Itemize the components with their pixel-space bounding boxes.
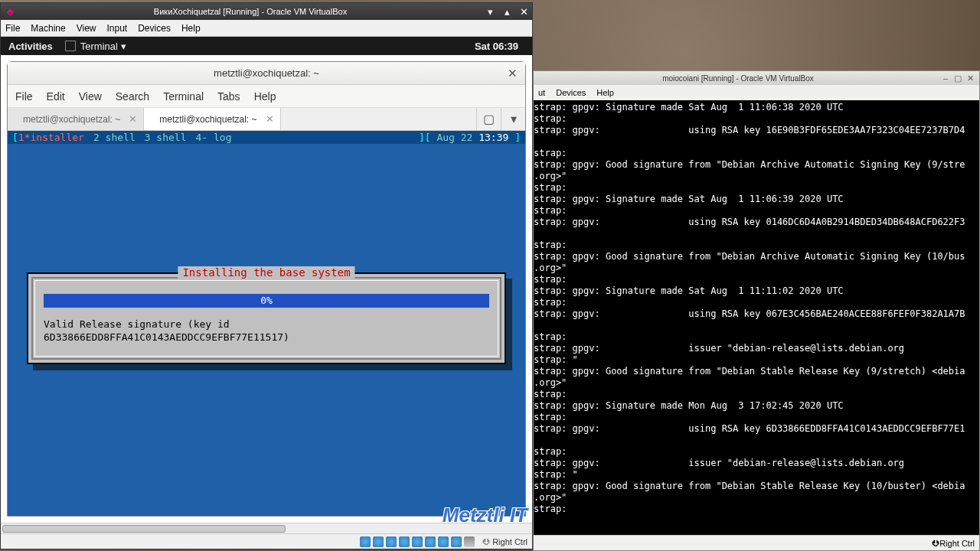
horizontal-scrollbar[interactable]	[1, 523, 532, 533]
menu-view[interactable]: View	[77, 23, 96, 34]
minimize-icon[interactable]: –	[939, 73, 952, 83]
terminal-title: metztli@xochiquetzal: ~	[214, 67, 319, 79]
new-tab-button[interactable]: ▢	[476, 108, 501, 130]
vm2-titlebar[interactable]: moiocoiani [Running] - Oracle VM Virtual…	[534, 71, 979, 85]
terminal-icon	[65, 41, 76, 51]
term-menu-terminal[interactable]: Terminal	[163, 90, 204, 103]
arrow-icon: ⮋	[931, 539, 939, 548]
arrow-icon: ⮋	[482, 537, 490, 546]
screen-time: 13:39	[479, 132, 508, 143]
tab-label: metztli@xochiquetzal: ~	[159, 114, 256, 125]
menu-help[interactable]: Help	[596, 88, 614, 97]
tab-1[interactable]: metztli@xochiquetzal: ~ ✕	[8, 108, 144, 130]
installer-message: Valid Release signature (key id 6D33866E…	[44, 318, 489, 344]
screen-win-3: 3 shell	[145, 132, 187, 143]
vm1-window: ⬘ ВикиXochiquetzal [Running] - Oracle VM…	[0, 2, 533, 549]
term-menu-help[interactable]: Help	[254, 90, 276, 103]
menu-devices[interactable]: Devices	[138, 23, 171, 34]
audio-icon[interactable]	[386, 536, 397, 547]
installer-legend: Installing the base system	[178, 266, 354, 279]
clock[interactable]: Sat 06:39	[475, 41, 518, 52]
screen-win-2: 2 shell	[93, 132, 136, 143]
tab-label: metztli@xochiquetzal: ~	[23, 114, 120, 125]
vm2-window: moiocoiani [Running] - Oracle VM Virtual…	[533, 70, 980, 551]
maximize-icon[interactable]: ▢	[952, 73, 964, 83]
terminal-body[interactable]: [ 1*installer 2 shell 3 shell 4- log ][ …	[8, 131, 525, 516]
close-icon[interactable]: ✕	[266, 113, 274, 125]
term-menu-tabs[interactable]: Tabs	[217, 90, 240, 103]
vm2-terminal[interactable]: strap: gpgv: Signature made Sat Aug 1 11…	[534, 100, 979, 535]
maximize-icon[interactable]: ▴	[498, 6, 515, 18]
installer-dialog: Installing the base system 0% Valid Rele…	[27, 272, 506, 364]
tab-menu-button[interactable]: ▾	[501, 108, 525, 130]
menu-input[interactable]: Input	[107, 23, 128, 34]
term-menu-file[interactable]: File	[15, 90, 33, 103]
menu-machine[interactable]: Machine	[31, 23, 65, 34]
usb-icon[interactable]	[412, 536, 423, 547]
network-icon[interactable]	[399, 536, 410, 547]
menu-help[interactable]: Help	[181, 23, 201, 34]
vm2-statusbar: ⮋Right Ctrl	[534, 535, 979, 550]
vm2-menubar: ut Devices Help	[534, 85, 979, 100]
scroll-thumb[interactable]	[2, 525, 286, 533]
menu-input-cut[interactable]: ut	[538, 88, 545, 97]
recording-icon[interactable]	[451, 536, 462, 547]
screen-date: Aug 22	[436, 132, 472, 143]
terminal-window: metztli@xochiquetzal: ~ ✕ File Edit View…	[7, 61, 526, 517]
app-menu[interactable]: Terminal ▾	[65, 41, 126, 52]
shared-folder-icon[interactable]	[425, 536, 436, 547]
gnome-topbar: Activities Terminal ▾ Sat 06:39	[1, 37, 532, 55]
terminal-menubar: File Edit View Search Terminal Tabs Help	[8, 85, 525, 108]
close-icon[interactable]: ✕	[129, 113, 137, 125]
display-icon[interactable]	[438, 536, 449, 547]
vm1-menubar: File Machine View Input Devices Help	[1, 20, 532, 37]
tab-2[interactable]: metztli@xochiquetzal: ~ ✕	[144, 108, 280, 130]
optical-icon[interactable]	[373, 536, 384, 547]
menu-file[interactable]: File	[5, 23, 20, 34]
term-menu-view[interactable]: View	[79, 90, 102, 103]
close-icon[interactable]: ✕	[508, 67, 518, 80]
close-icon[interactable]: ✕	[964, 73, 976, 83]
gnu-screen-bar: [ 1*installer 2 shell 3 shell 4- log ][ …	[8, 131, 525, 144]
hostkey-indicator: ⮋Right Ctrl	[482, 537, 528, 546]
terminal-tabbar: metztli@xochiquetzal: ~ ✕ metztli@xochiq…	[8, 108, 525, 131]
vm1-title: ВикиXochiquetzal [Running] - Oracle VM V…	[19, 7, 482, 16]
vm1-statusbar: ⮋Right Ctrl	[1, 533, 532, 549]
term-menu-search[interactable]: Search	[116, 90, 149, 103]
cpu-icon[interactable]	[464, 536, 475, 547]
hostkey-indicator: ⮋Right Ctrl	[931, 539, 975, 548]
app-menu-label: Terminal ▾	[80, 41, 126, 52]
activities-button[interactable]: Activities	[8, 41, 53, 52]
vm2-title: moiocoiani [Running] - Oracle VM Virtual…	[537, 74, 939, 83]
term-menu-edit[interactable]: Edit	[47, 90, 65, 103]
screen-win-1: 1*installer	[18, 132, 84, 143]
hd-icon[interactable]	[360, 536, 371, 547]
terminal-titlebar[interactable]: metztli@xochiquetzal: ~ ✕	[8, 62, 525, 85]
vbox-icon: ⬘	[1, 7, 19, 17]
close-icon[interactable]: ✕	[515, 6, 532, 18]
minimize-icon[interactable]: ▾	[482, 6, 498, 18]
screen-win-4: 4- log	[196, 132, 232, 143]
progress-bar: 0%	[44, 294, 489, 308]
menu-devices[interactable]: Devices	[556, 88, 586, 97]
vm1-titlebar[interactable]: ⬘ ВикиXochiquetzal [Running] - Oracle VM…	[1, 3, 532, 20]
